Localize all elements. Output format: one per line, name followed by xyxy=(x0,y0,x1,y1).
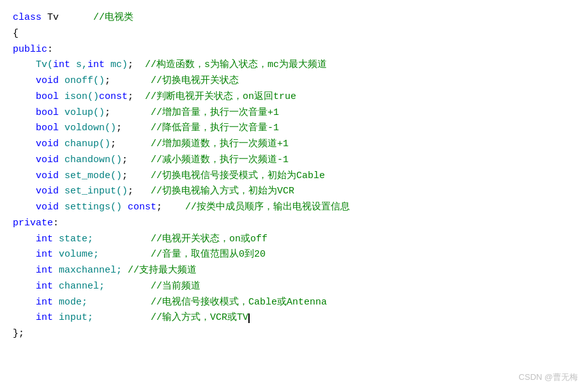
code-token: } xyxy=(13,328,19,339)
code-token: //降低音量，执行一次音量-1 xyxy=(151,123,279,133)
code-token: ; xyxy=(122,170,151,181)
code-token: ; xyxy=(110,139,151,149)
code-token: ison() xyxy=(59,91,99,102)
code-token: //构造函数，s为输入状态，mc为最大频道 xyxy=(145,59,327,70)
code-token xyxy=(13,281,36,292)
code-token: public xyxy=(13,44,47,55)
code-token: void xyxy=(36,139,59,149)
code-token: state; xyxy=(53,234,151,245)
code-token: int xyxy=(36,312,53,323)
code-token: volup() xyxy=(59,107,105,118)
code-token: set_input() xyxy=(59,186,128,197)
code-line: int channel; //当前频道 xyxy=(13,279,575,295)
code-token: //切换电视信号接受模式，初始为Cable xyxy=(151,170,325,181)
code-token xyxy=(13,123,36,133)
code-line: int input; //输入方式，VCR或TV xyxy=(13,310,575,326)
code-line: void settings() const; //按类中成员顺序，输出电视设置信… xyxy=(13,200,575,216)
code-token xyxy=(13,297,36,308)
code-token: //输入方式，VCR或TV xyxy=(151,312,248,323)
text-cursor xyxy=(248,313,250,323)
code-token: : xyxy=(53,218,59,229)
code-token: onoff() xyxy=(59,75,105,86)
code-token: { xyxy=(13,28,19,39)
code-token: //切换电视输入方式，初始为VCR xyxy=(151,186,294,197)
code-line: bool ison()const; //判断电视开关状态，on返回true xyxy=(13,89,575,105)
code-token xyxy=(13,91,36,102)
code-token: bool xyxy=(36,123,59,133)
code-line: public: xyxy=(13,42,575,58)
code-token: private xyxy=(13,218,53,229)
code-token: int xyxy=(36,281,53,292)
code-line: class Tv //电视类 xyxy=(13,10,575,26)
code-token: //电视类 xyxy=(93,12,133,23)
code-token: chanup() xyxy=(59,139,110,149)
code-token: ; xyxy=(19,328,24,339)
code-token: ; xyxy=(105,107,151,118)
code-token: int xyxy=(53,59,70,70)
code-line: void set_mode(); //切换电视信号接受模式，初始为Cable xyxy=(13,169,575,185)
code-token: ; xyxy=(105,75,151,86)
code-token: void xyxy=(36,75,59,86)
code-token: channel; xyxy=(53,281,151,292)
code-token: maxchannel; xyxy=(53,265,128,276)
code-token: bool xyxy=(36,107,59,118)
code-token: set_mode() xyxy=(59,170,122,181)
code-line: int mode; //电视信号接收模式，Cable或Antenna xyxy=(13,295,575,311)
code-token: //按类中成员顺序，输出电视设置信息 xyxy=(174,202,350,213)
code-token: Tv xyxy=(41,12,93,23)
code-token: bool xyxy=(36,91,59,102)
code-line: Tv(int s,int mc); //构造函数，s为输入状态，mc为最大频道 xyxy=(13,57,575,73)
code-token: mode; xyxy=(53,297,151,308)
code-token: : xyxy=(47,44,53,55)
code-token: const xyxy=(128,202,156,213)
code-token xyxy=(13,170,36,181)
code-block: class Tv //电视类{public: Tv(int s,int mc);… xyxy=(13,10,575,342)
code-line: void chanup(); //增加频道数，执行一次频道+1 xyxy=(13,137,575,153)
code-token xyxy=(13,265,36,276)
code-line: int maxchannel; //支持最大频道 xyxy=(13,263,575,279)
code-token: //当前频道 xyxy=(151,281,200,292)
code-line: void onoff(); //切换电视开关状态 xyxy=(13,73,575,89)
code-token: int xyxy=(36,234,53,245)
code-token: Tv( xyxy=(13,59,53,70)
code-token: //增加音量，执行一次音量+1 xyxy=(151,107,279,118)
code-token xyxy=(13,107,36,118)
code-token: //支持最大频道 xyxy=(128,265,197,276)
code-token xyxy=(13,249,36,260)
code-line: void set_input(); //切换电视输入方式，初始为VCR xyxy=(13,184,575,200)
code-token xyxy=(13,202,36,213)
code-line: int state; //电视开关状态，on或off xyxy=(13,232,575,248)
code-line: { xyxy=(13,26,575,42)
code-line: private: xyxy=(13,216,575,232)
code-token: int xyxy=(36,249,53,260)
code-token: voldown() xyxy=(59,123,116,133)
code-token: ; xyxy=(116,123,151,133)
code-token xyxy=(122,202,128,213)
watermark-text: CSDN @曹无梅 xyxy=(518,371,578,384)
code-token xyxy=(13,75,36,86)
code-token: //电视开关状态，on或off xyxy=(151,234,268,245)
code-token: ; xyxy=(156,202,174,213)
code-token xyxy=(13,234,36,245)
code-token: void xyxy=(36,186,59,197)
code-token: int xyxy=(36,265,53,276)
code-token: void xyxy=(36,155,59,165)
code-token: int xyxy=(87,59,105,70)
code-token: int xyxy=(36,297,53,308)
code-token: chandown() xyxy=(59,155,122,165)
code-token: class xyxy=(13,12,41,23)
code-token: input; xyxy=(53,312,151,323)
code-token: volume; xyxy=(53,249,151,260)
code-token: //音量，取值范围从0到20 xyxy=(151,249,266,260)
code-token: settings() xyxy=(59,202,122,213)
code-token: mc) xyxy=(105,59,128,70)
code-token xyxy=(13,155,36,165)
code-token: void xyxy=(36,170,59,181)
code-token: const xyxy=(99,91,128,102)
code-token: //判断电视开关状态，on返回true xyxy=(145,91,296,102)
code-token xyxy=(13,186,36,197)
code-line: bool volup(); //增加音量，执行一次音量+1 xyxy=(13,105,575,121)
code-editor: class Tv //电视类{public: Tv(int s,int mc);… xyxy=(0,0,588,392)
code-token: ; xyxy=(128,91,145,102)
code-token: ; xyxy=(128,186,151,197)
